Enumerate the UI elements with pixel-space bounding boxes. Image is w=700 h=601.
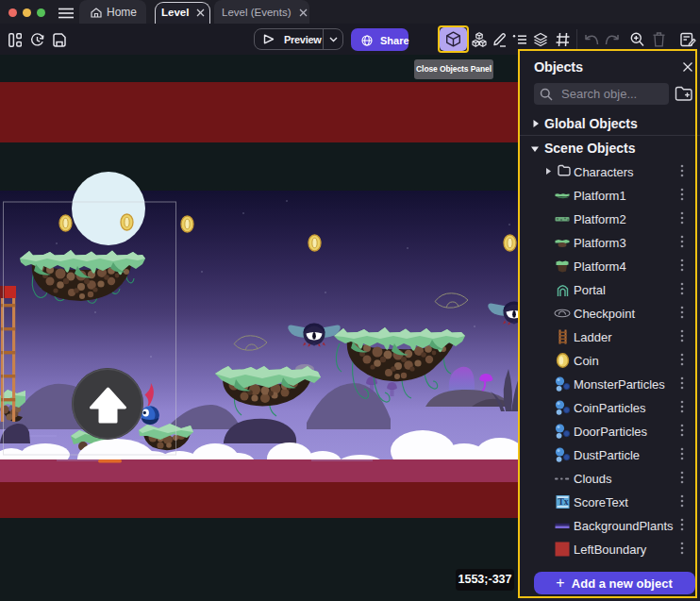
svg-text:Tx: Tx — [558, 497, 569, 507]
